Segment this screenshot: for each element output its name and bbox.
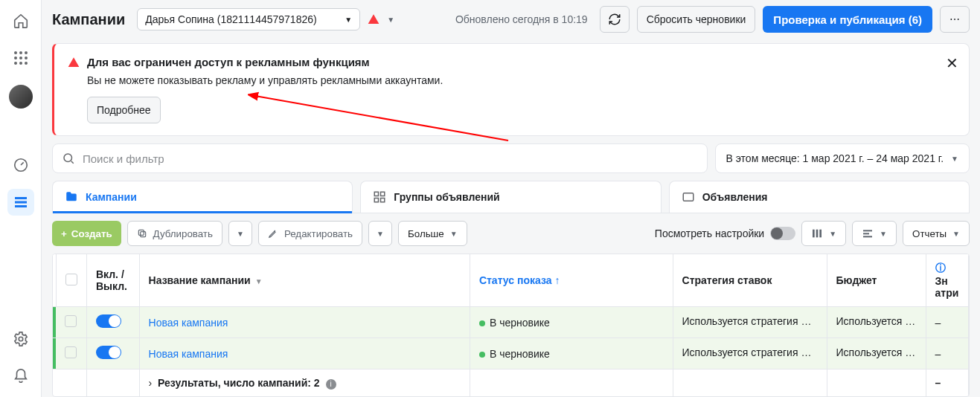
svg-rect-12 bbox=[15, 205, 27, 207]
row-checkbox[interactable] bbox=[56, 338, 86, 369]
row-checkbox[interactable] bbox=[56, 307, 86, 338]
ad-icon bbox=[682, 190, 695, 204]
tab-adsets[interactable]: Группы объявлений bbox=[360, 181, 661, 213]
create-button[interactable]: +Создать bbox=[52, 221, 121, 246]
col-name[interactable]: Название кампании▼ bbox=[139, 254, 470, 307]
svg-point-6 bbox=[14, 62, 17, 65]
home-icon[interactable] bbox=[7, 7, 34, 34]
gauge-icon[interactable] bbox=[7, 152, 34, 178]
table-row: Новая кампания В черновике Используется … bbox=[53, 307, 969, 338]
more-menu-button[interactable]: ⋯ bbox=[940, 6, 970, 33]
folder-icon bbox=[65, 190, 78, 204]
svg-rect-25 bbox=[820, 230, 822, 238]
gear-icon[interactable] bbox=[7, 326, 34, 352]
svg-rect-26 bbox=[863, 230, 872, 231]
row-toggle[interactable] bbox=[86, 338, 139, 369]
main-area: Кампании Дарья Сопина (1821114457971826)… bbox=[42, 0, 980, 397]
svg-rect-16 bbox=[375, 192, 379, 196]
search-box[interactable] bbox=[52, 143, 708, 173]
date-range-label: В этом месяце: 1 мар 2021 г. – 24 мар 20… bbox=[726, 152, 944, 164]
tab-label: Кампании bbox=[86, 191, 137, 203]
tab-campaigns[interactable]: Кампании bbox=[52, 181, 353, 213]
chevron-down-icon: ▼ bbox=[345, 16, 352, 24]
duplicate-chevron[interactable]: ▼ bbox=[228, 221, 252, 246]
preview-toggle[interactable]: Посмотреть настройки bbox=[655, 227, 795, 240]
svg-rect-24 bbox=[816, 230, 819, 238]
arrow-up-icon: ↑ bbox=[554, 274, 560, 286]
pencil-icon bbox=[268, 228, 278, 239]
campaign-link[interactable]: Новая кампания bbox=[149, 348, 228, 360]
plus-icon: + bbox=[61, 228, 67, 239]
col-attr[interactable]: ⓘ Зн атри bbox=[926, 254, 968, 307]
toolbar: +Создать Дублировать ▼ Редактировать ▼ Б… bbox=[52, 221, 970, 246]
reports-button[interactable]: Отчеты▼ bbox=[903, 221, 970, 246]
topbar: Кампании Дарья Сопина (1821114457971826)… bbox=[42, 0, 980, 39]
warning-icon[interactable] bbox=[368, 13, 379, 25]
chevron-down-icon: ▼ bbox=[255, 277, 263, 285]
tab-label: Группы объявлений bbox=[394, 191, 499, 203]
svg-point-7 bbox=[19, 62, 22, 65]
svg-rect-19 bbox=[381, 198, 385, 202]
svg-rect-28 bbox=[863, 236, 872, 237]
chevron-down-icon: ▼ bbox=[450, 230, 458, 238]
col-bid[interactable]: Стратегия ставок bbox=[673, 254, 827, 307]
col-budget[interactable]: Бюджет bbox=[827, 254, 926, 307]
tabs: Кампании Группы объявлений Объявления bbox=[52, 181, 970, 213]
col-onoff[interactable]: Вкл. / Выкл. bbox=[86, 254, 139, 307]
warning-body: Вы не можете показывать рекламу и управл… bbox=[87, 74, 955, 86]
avatar[interactable] bbox=[9, 85, 33, 109]
bell-icon[interactable] bbox=[7, 363, 34, 390]
svg-point-5 bbox=[25, 57, 28, 59]
svg-rect-17 bbox=[381, 192, 385, 196]
svg-rect-22 bbox=[138, 230, 144, 235]
svg-point-1 bbox=[19, 51, 22, 54]
edit-chevron[interactable]: ▼ bbox=[368, 221, 392, 246]
svg-rect-27 bbox=[863, 233, 869, 234]
row-toggle[interactable] bbox=[86, 307, 139, 338]
svg-point-4 bbox=[19, 57, 22, 59]
svg-rect-20 bbox=[683, 193, 694, 201]
duplicate-button[interactable]: Дублировать bbox=[127, 221, 222, 246]
chevron-down-icon[interactable]: ▼ bbox=[387, 16, 394, 24]
info-icon: i bbox=[326, 379, 336, 390]
toggle-off-icon bbox=[770, 227, 795, 240]
annotation-arrow bbox=[248, 88, 516, 148]
svg-point-0 bbox=[14, 51, 17, 54]
account-picker[interactable]: Дарья Сопина (1821114457971826) ▼ bbox=[137, 8, 360, 30]
review-publish-button[interactable]: Проверка и публикация (6) bbox=[763, 6, 932, 33]
svg-point-13 bbox=[19, 337, 23, 341]
breakdown-button[interactable]: ▼ bbox=[852, 221, 897, 246]
date-range-picker[interactable]: В этом месяце: 1 мар 2021 г. – 24 мар 20… bbox=[715, 143, 970, 173]
warning-title: Для вас ограничен доступ к рекламным фун… bbox=[87, 56, 370, 68]
close-icon[interactable]: ✕ bbox=[946, 54, 958, 72]
campaigns-table: Вкл. / Выкл. Название кампании▼ Статус п… bbox=[52, 254, 970, 397]
search-input[interactable] bbox=[83, 152, 698, 165]
svg-rect-10 bbox=[15, 197, 27, 199]
campaign-link[interactable]: Новая кампания bbox=[149, 317, 228, 329]
edit-button[interactable]: Редактировать bbox=[258, 221, 362, 246]
status-dot-icon bbox=[479, 320, 485, 326]
learn-more-button[interactable]: Подробнее bbox=[87, 97, 161, 123]
left-nav-rail bbox=[0, 0, 42, 397]
apps-icon[interactable] bbox=[7, 45, 34, 71]
table-icon[interactable] bbox=[7, 189, 34, 216]
account-label: Дарья Сопина (1821114457971826) bbox=[145, 13, 316, 25]
col-delivery[interactable]: Статус показа ↑ bbox=[470, 254, 673, 307]
copy-icon bbox=[137, 228, 147, 239]
col-checkbox[interactable] bbox=[56, 254, 86, 307]
columns-button[interactable]: ▼ bbox=[801, 221, 846, 246]
svg-point-15 bbox=[64, 154, 72, 162]
svg-rect-18 bbox=[375, 198, 379, 202]
more-button[interactable]: Больше▼ bbox=[398, 221, 467, 246]
grid-icon bbox=[373, 190, 386, 204]
status-dot-icon bbox=[479, 352, 485, 358]
list-icon bbox=[862, 227, 874, 239]
chevron-right-icon: › bbox=[149, 377, 153, 389]
tab-ads[interactable]: Объявления bbox=[669, 181, 970, 213]
table-row: Новая кампания В черновике Используется … bbox=[53, 338, 969, 369]
refresh-button[interactable] bbox=[600, 6, 630, 33]
discard-drafts-button[interactable]: Сбросить черновики bbox=[637, 6, 756, 33]
warning-icon bbox=[68, 57, 80, 68]
search-row: В этом месяце: 1 мар 2021 г. – 24 мар 20… bbox=[52, 143, 970, 173]
info-icon: ⓘ bbox=[935, 262, 946, 274]
